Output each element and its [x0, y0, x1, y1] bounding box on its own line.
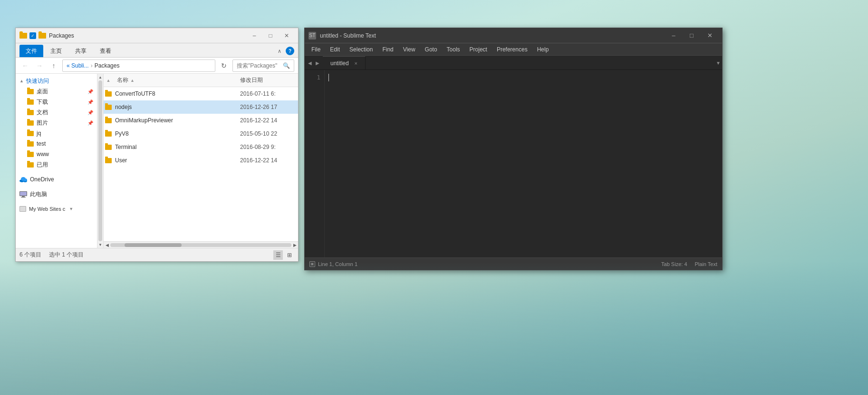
- svg-rect-6: [22, 196, 25, 197]
- sidebar-scrollbar[interactable]: ▲ ▼: [97, 74, 103, 248]
- sublime-editor[interactable]: 1: [305, 70, 722, 257]
- collapse-ribbon-button[interactable]: ∧: [275, 47, 284, 55]
- sidebar-item-desktop[interactable]: 桌面 📌: [16, 86, 97, 97]
- back-button[interactable]: ←: [19, 60, 31, 71]
- quickaccess-label: 快速访问: [26, 77, 49, 85]
- column-name-header[interactable]: 名称 ▲: [113, 76, 236, 84]
- table-row[interactable]: User 2016-12-22 14: [104, 154, 298, 167]
- address-path[interactable]: « Subli... › Packages: [62, 59, 215, 72]
- tab-nav-left[interactable]: ◀: [307, 56, 313, 69]
- details-view-button[interactable]: ⊞: [285, 250, 294, 260]
- menu-file[interactable]: File: [307, 45, 325, 54]
- tab-close-button[interactable]: ×: [353, 60, 359, 67]
- editor-content[interactable]: [325, 70, 722, 257]
- sidebar-quickaccess-header[interactable]: ▲ 快速访问: [16, 76, 97, 86]
- menu-goto[interactable]: Goto: [420, 45, 442, 54]
- explorer-sidebar: ▲ 快速访问 桌面 📌 下载 📌 文档 📌: [16, 74, 97, 248]
- sidebar-item-label: test: [37, 140, 46, 147]
- maximize-button[interactable]: □: [683, 30, 700, 41]
- minimize-button[interactable]: –: [665, 30, 682, 41]
- menu-view[interactable]: View: [398, 45, 420, 54]
- sidebar-item-www[interactable]: www: [16, 149, 97, 159]
- sidebar-item-onedrive[interactable]: OneDrive: [16, 174, 97, 185]
- syntax[interactable]: Plain Text: [695, 261, 718, 267]
- list-view-button[interactable]: ☰: [273, 250, 283, 260]
- maximize-button[interactable]: □: [263, 31, 278, 40]
- menu-selection[interactable]: Selection: [345, 45, 377, 54]
- scroll-thumb[interactable]: [125, 243, 182, 247]
- sidebar-item-yiyong[interactable]: 已用: [16, 159, 97, 170]
- horizontal-scrollbar[interactable]: ◀ ▶: [104, 241, 298, 248]
- scroll-up-button[interactable]: ▲: [97, 74, 103, 80]
- tab-untitled[interactable]: untitled ×: [323, 56, 366, 69]
- pin-icon: 📌: [87, 110, 93, 115]
- sidebar-item-label: www: [37, 151, 49, 158]
- sidebar-item-documents[interactable]: 文档 📌: [16, 107, 97, 118]
- table-row[interactable]: nodejs 2016-12-26 17: [104, 100, 298, 114]
- svg-point-3: [23, 178, 27, 181]
- pin-icon: 📌: [87, 120, 93, 126]
- menu-find[interactable]: Find: [377, 45, 398, 54]
- forward-button[interactable]: →: [34, 60, 45, 71]
- tab-nav-arrows: ◀ ▶: [305, 56, 323, 69]
- line-number-1: 1: [305, 73, 320, 82]
- sidebar-item-jq[interactable]: jq: [16, 128, 97, 138]
- folder-icon: [27, 99, 34, 105]
- menu-preferences[interactable]: Preferences: [492, 45, 532, 54]
- help-button[interactable]: ?: [286, 47, 294, 55]
- sublime-titlebar: ST untitled - Sublime Text – □ ✕: [305, 28, 722, 43]
- refresh-button[interactable]: ↻: [218, 60, 230, 71]
- ribbon-tabs: 文件 主页 共享 查看 ∧ ?: [16, 43, 298, 58]
- folder-icon: [27, 131, 34, 136]
- tab-dropdown-button[interactable]: ▼: [714, 56, 722, 69]
- sidebar-item-pictures[interactable]: 图片 📌: [16, 118, 97, 128]
- folder-icon: [27, 152, 34, 157]
- search-icon[interactable]: 🔍: [283, 62, 290, 69]
- file-date: 2016-08-29 9:: [236, 144, 298, 150]
- file-date: 2016-12-26 17: [236, 104, 298, 110]
- sidebar-item-thispc[interactable]: 此电脑: [16, 189, 97, 199]
- path-separator: ›: [91, 62, 93, 69]
- folder-icon: [27, 162, 34, 168]
- close-button[interactable]: ✕: [279, 31, 294, 40]
- titlebar-icons: ✓: [19, 32, 46, 40]
- address-bar: ← → ↑ « Subli... › Packages ↻ 🔍: [16, 58, 298, 74]
- item-count: 6 个项目: [19, 251, 41, 259]
- menu-edit[interactable]: Edit: [325, 45, 345, 54]
- menu-project[interactable]: Project: [465, 45, 492, 54]
- search-input[interactable]: [237, 62, 281, 69]
- sidebar-item-label: jq: [37, 130, 41, 137]
- table-row[interactable]: OmniMarkupPreviewer 2016-12-22 14: [104, 114, 298, 127]
- menu-help[interactable]: Help: [532, 45, 554, 54]
- table-row[interactable]: ConvertToUTF8 2016-07-11 6:: [104, 87, 298, 100]
- column-date-header[interactable]: 修改日期: [236, 76, 298, 84]
- statusbar-right: Tab Size: 4 Plain Text: [661, 261, 717, 267]
- up-button[interactable]: ↑: [48, 60, 59, 71]
- sidebar-item-mywebsites[interactable]: My Web Sites c ▼: [16, 204, 97, 214]
- statusbar-left: ▣ Line 1, Column 1: [309, 261, 357, 267]
- ribbon-tab-file[interactable]: 文件: [19, 45, 43, 57]
- close-button[interactable]: ✕: [701, 30, 718, 41]
- tab-nav-right[interactable]: ▶: [314, 56, 321, 69]
- scroll-down-button[interactable]: ▼: [97, 241, 103, 248]
- scroll-left-button[interactable]: ◀: [104, 242, 110, 248]
- sidebar-item-downloads[interactable]: 下载 📌: [16, 97, 97, 107]
- file-date: 2016-12-22 14: [236, 157, 298, 164]
- sidebar-item-label: 下载: [37, 98, 48, 106]
- selected-count: 选中 1 个项目: [49, 251, 84, 259]
- search-box: 🔍: [232, 59, 294, 72]
- statusbar-icon: ▣: [309, 261, 315, 267]
- table-row[interactable]: Terminal 2016-08-29 9:: [104, 140, 298, 154]
- pin-icon: 📌: [87, 89, 93, 94]
- explorer-statusbar: 6 个项目 选中 1 个项目 ☰ ⊞: [16, 248, 298, 261]
- file-list-header: ▲ 名称 ▲ 修改日期: [104, 74, 298, 87]
- ribbon-tab-home[interactable]: 主页: [44, 45, 68, 57]
- ribbon-tab-share[interactable]: 共享: [69, 45, 93, 57]
- table-row[interactable]: PyV8 2015-05-10 22: [104, 127, 298, 140]
- ribbon-tab-view[interactable]: 查看: [94, 45, 117, 57]
- minimize-button[interactable]: –: [247, 31, 262, 40]
- menu-tools[interactable]: Tools: [442, 45, 465, 54]
- sidebar-item-test[interactable]: test: [16, 138, 97, 149]
- scroll-right-button[interactable]: ▶: [291, 242, 298, 248]
- tab-size[interactable]: Tab Size: 4: [661, 261, 687, 267]
